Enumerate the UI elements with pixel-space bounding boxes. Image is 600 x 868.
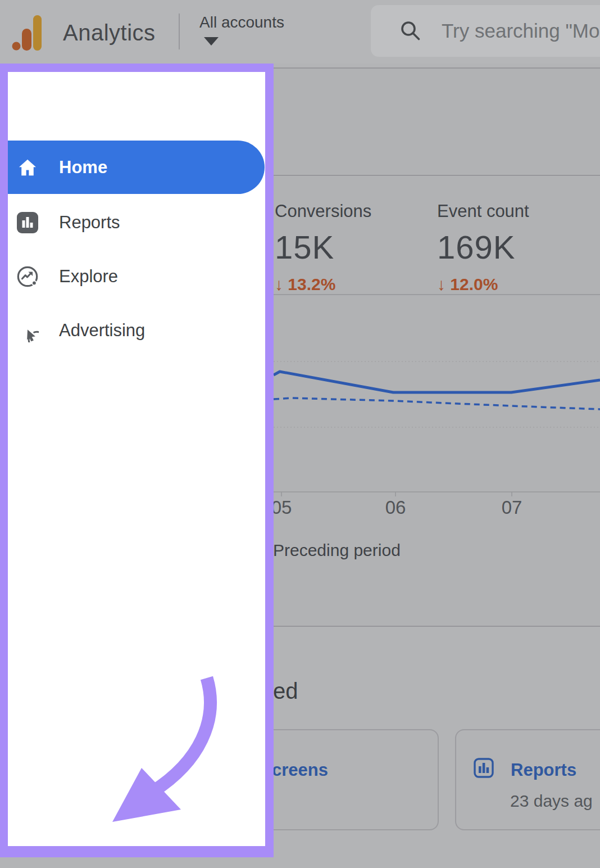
x-axis-tick-label: 06 xyxy=(373,497,418,518)
sidebar-item-label: Explore xyxy=(59,266,118,287)
highlight-frame: Home Reports xyxy=(0,64,274,857)
app-header: Analytics All accounts xyxy=(0,0,600,64)
metric-conversions: Conversions 15K ↓ 13.2% xyxy=(275,201,432,294)
sidebar-item-admin[interactable]: Admin xyxy=(8,862,265,868)
reports-card-icon xyxy=(474,758,494,778)
recent-card-link-partial[interactable]: creens xyxy=(272,760,328,780)
bar-chart-icon xyxy=(16,211,39,234)
chevron-down-icon xyxy=(204,37,219,46)
recently-accessed-heading-partial: ed xyxy=(273,679,298,704)
metric-label: Event count xyxy=(437,201,594,221)
metric-label: Conversions xyxy=(275,201,432,221)
metric-tabs-divider xyxy=(225,294,600,295)
legend-preceding-period: Preceding period xyxy=(273,541,401,560)
sidebar-item-advertising[interactable]: Advertising xyxy=(8,304,265,357)
metric-event-count: Event count 169K ↓ 12.0% xyxy=(437,201,594,294)
metric-delta-down: ↓ 13.2% xyxy=(275,275,432,294)
search-bar[interactable] xyxy=(371,5,600,57)
nav-drawer: Home Reports xyxy=(8,72,265,846)
trend-line-chart xyxy=(274,343,600,500)
recent-card-timestamp: 23 days ag xyxy=(510,792,593,811)
metric-delta-value: 12.0% xyxy=(450,275,498,293)
home-icon xyxy=(16,156,39,179)
sidebar-item-explore[interactable]: Explore xyxy=(8,250,265,303)
metric-delta-value: 13.2% xyxy=(288,275,335,293)
sidebar-item-home[interactable]: Home xyxy=(8,141,265,194)
metric-delta-down: ↓ 12.0% xyxy=(437,275,594,294)
metric-value: 169K xyxy=(437,228,594,266)
sidebar-item-label: Reports xyxy=(59,213,120,233)
down-arrow-icon: ↓ xyxy=(275,275,283,293)
google-analytics-logo xyxy=(12,15,42,51)
explore-trend-icon xyxy=(16,265,39,288)
recent-card-link[interactable]: Reports xyxy=(511,760,576,780)
app-title: Analytics xyxy=(63,20,156,46)
sidebar-item-reports[interactable]: Reports xyxy=(8,196,265,249)
search-input[interactable] xyxy=(442,5,600,57)
insights-banner-card xyxy=(225,67,600,176)
sidebar-item-label: Home xyxy=(59,157,107,178)
search-icon xyxy=(399,19,422,43)
account-switcher-label: All accounts xyxy=(199,13,284,31)
x-axis-tick-label: 07 xyxy=(489,497,534,518)
google-analytics-screen: Conversions 15K ↓ 13.2% Event count 169K… xyxy=(0,0,600,868)
metric-value: 15K xyxy=(275,228,432,266)
advertising-cursor-icon xyxy=(16,319,39,342)
sidebar-item-label: Advertising xyxy=(59,320,145,341)
down-arrow-icon: ↓ xyxy=(437,275,446,293)
account-switcher[interactable]: All accounts xyxy=(199,13,284,31)
header-divider xyxy=(179,13,180,49)
